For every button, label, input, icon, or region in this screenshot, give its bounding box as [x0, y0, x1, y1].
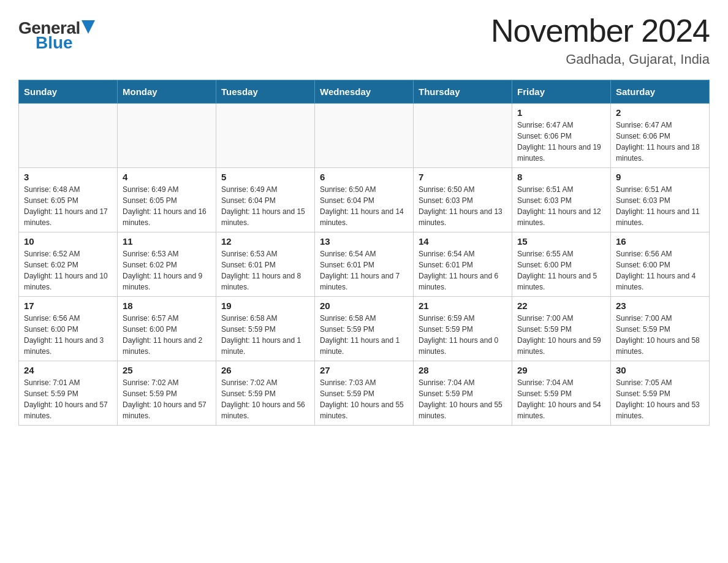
- calendar-cell: 30Sunrise: 7:05 AM Sunset: 5:59 PM Dayli…: [611, 361, 710, 426]
- day-info: Sunrise: 6:53 AM Sunset: 6:01 PM Dayligh…: [221, 248, 309, 293]
- calendar-cell: 16Sunrise: 6:56 AM Sunset: 6:00 PM Dayli…: [611, 232, 710, 297]
- calendar-body: 1Sunrise: 6:47 AM Sunset: 6:06 PM Daylig…: [19, 104, 710, 426]
- day-info: Sunrise: 7:01 AM Sunset: 5:59 PM Dayligh…: [24, 377, 112, 421]
- day-info: Sunrise: 7:00 AM Sunset: 5:59 PM Dayligh…: [517, 313, 605, 357]
- calendar-cell: 25Sunrise: 7:02 AM Sunset: 5:59 PM Dayli…: [118, 361, 216, 426]
- day-number: 28: [419, 365, 507, 375]
- calendar-cell: [315, 104, 414, 168]
- header: General Blue November 2024 Gadhada, Guja…: [18, 12, 710, 67]
- day-number: 23: [616, 301, 704, 311]
- day-number: 24: [24, 365, 112, 375]
- day-number: 11: [123, 236, 211, 247]
- calendar-cell: 2Sunrise: 6:47 AM Sunset: 6:06 PM Daylig…: [611, 104, 710, 168]
- day-info: Sunrise: 6:56 AM Sunset: 6:00 PM Dayligh…: [24, 313, 112, 357]
- day-number: 26: [221, 365, 309, 375]
- day-info: Sunrise: 6:48 AM Sunset: 6:05 PM Dayligh…: [24, 184, 112, 228]
- weekday-header-tuesday: Tuesday: [216, 80, 315, 104]
- day-number: 3: [24, 172, 112, 182]
- week-row-0: 1Sunrise: 6:47 AM Sunset: 6:06 PM Daylig…: [19, 104, 710, 168]
- day-number: 21: [419, 301, 507, 311]
- day-info: Sunrise: 6:47 AM Sunset: 6:06 PM Dayligh…: [517, 120, 605, 164]
- day-number: 18: [123, 301, 211, 311]
- weekday-header-sunday: Sunday: [19, 80, 118, 104]
- day-number: 29: [517, 365, 605, 375]
- calendar-subtitle: Gadhada, Gujarat, India: [491, 52, 710, 67]
- calendar-cell: 17Sunrise: 6:56 AM Sunset: 6:00 PM Dayli…: [19, 297, 118, 361]
- day-info: Sunrise: 6:50 AM Sunset: 6:04 PM Dayligh…: [320, 184, 408, 228]
- calendar-cell: 6Sunrise: 6:50 AM Sunset: 6:04 PM Daylig…: [315, 168, 414, 232]
- calendar-cell: 22Sunrise: 7:00 AM Sunset: 5:59 PM Dayli…: [512, 297, 611, 361]
- day-number: 22: [517, 301, 605, 311]
- calendar-header: SundayMondayTuesdayWednesdayThursdayFrid…: [19, 80, 710, 104]
- day-info: Sunrise: 6:51 AM Sunset: 6:03 PM Dayligh…: [517, 184, 605, 228]
- day-number: 17: [24, 301, 112, 311]
- calendar-cell: 3Sunrise: 6:48 AM Sunset: 6:05 PM Daylig…: [19, 168, 118, 232]
- day-info: Sunrise: 6:47 AM Sunset: 6:06 PM Dayligh…: [616, 120, 704, 164]
- day-number: 12: [221, 236, 309, 247]
- logo: General Blue: [18, 12, 95, 53]
- calendar-cell: 14Sunrise: 6:54 AM Sunset: 6:01 PM Dayli…: [414, 232, 512, 297]
- day-info: Sunrise: 6:58 AM Sunset: 5:59 PM Dayligh…: [320, 313, 408, 357]
- day-number: 6: [320, 172, 408, 182]
- calendar-cell: 11Sunrise: 6:53 AM Sunset: 6:02 PM Dayli…: [118, 232, 216, 297]
- calendar-cell: 20Sunrise: 6:58 AM Sunset: 5:59 PM Dayli…: [315, 297, 414, 361]
- day-number: 2: [616, 107, 704, 118]
- day-info: Sunrise: 6:54 AM Sunset: 6:01 PM Dayligh…: [419, 248, 507, 293]
- day-number: 8: [517, 172, 605, 182]
- day-info: Sunrise: 6:58 AM Sunset: 5:59 PM Dayligh…: [221, 313, 309, 357]
- calendar-cell: 15Sunrise: 6:55 AM Sunset: 6:00 PM Dayli…: [512, 232, 611, 297]
- day-info: Sunrise: 6:49 AM Sunset: 6:05 PM Dayligh…: [123, 184, 211, 228]
- calendar-cell: 26Sunrise: 7:02 AM Sunset: 5:59 PM Dayli…: [216, 361, 315, 426]
- calendar-cell: 29Sunrise: 7:04 AM Sunset: 5:59 PM Dayli…: [512, 361, 611, 426]
- day-number: 7: [419, 172, 507, 182]
- day-info: Sunrise: 6:50 AM Sunset: 6:03 PM Dayligh…: [419, 184, 507, 228]
- calendar-cell: 18Sunrise: 6:57 AM Sunset: 6:00 PM Dayli…: [118, 297, 216, 361]
- calendar-cell: 27Sunrise: 7:03 AM Sunset: 5:59 PM Dayli…: [315, 361, 414, 426]
- weekday-header-saturday: Saturday: [611, 80, 710, 104]
- weekday-header-thursday: Thursday: [414, 80, 512, 104]
- day-number: 1: [517, 107, 605, 118]
- calendar-cell: 8Sunrise: 6:51 AM Sunset: 6:03 PM Daylig…: [512, 168, 611, 232]
- day-info: Sunrise: 6:51 AM Sunset: 6:03 PM Dayligh…: [616, 184, 704, 228]
- calendar-cell: 5Sunrise: 6:49 AM Sunset: 6:04 PM Daylig…: [216, 168, 315, 232]
- week-row-2: 10Sunrise: 6:52 AM Sunset: 6:02 PM Dayli…: [19, 232, 710, 297]
- calendar-table: SundayMondayTuesdayWednesdayThursdayFrid…: [18, 80, 710, 426]
- calendar-cell: [19, 104, 118, 168]
- week-row-4: 24Sunrise: 7:01 AM Sunset: 5:59 PM Dayli…: [19, 361, 710, 426]
- calendar-cell: 4Sunrise: 6:49 AM Sunset: 6:05 PM Daylig…: [118, 168, 216, 232]
- calendar-cell: [414, 104, 512, 168]
- day-info: Sunrise: 6:57 AM Sunset: 6:00 PM Dayligh…: [123, 313, 211, 357]
- day-info: Sunrise: 7:05 AM Sunset: 5:59 PM Dayligh…: [616, 377, 704, 421]
- day-info: Sunrise: 6:54 AM Sunset: 6:01 PM Dayligh…: [320, 248, 408, 293]
- calendar-cell: [118, 104, 216, 168]
- day-number: 9: [616, 172, 704, 182]
- day-number: 19: [221, 301, 309, 311]
- calendar-cell: 9Sunrise: 6:51 AM Sunset: 6:03 PM Daylig…: [611, 168, 710, 232]
- day-number: 30: [616, 365, 704, 375]
- day-info: Sunrise: 7:04 AM Sunset: 5:59 PM Dayligh…: [517, 377, 605, 421]
- day-info: Sunrise: 6:55 AM Sunset: 6:00 PM Dayligh…: [517, 248, 605, 293]
- day-info: Sunrise: 6:59 AM Sunset: 5:59 PM Dayligh…: [419, 313, 507, 357]
- weekday-header-row: SundayMondayTuesdayWednesdayThursdayFrid…: [19, 80, 710, 104]
- calendar-cell: 21Sunrise: 6:59 AM Sunset: 5:59 PM Dayli…: [414, 297, 512, 361]
- day-number: 14: [419, 236, 507, 247]
- weekday-header-monday: Monday: [118, 80, 216, 104]
- calendar-cell: 23Sunrise: 7:00 AM Sunset: 5:59 PM Dayli…: [611, 297, 710, 361]
- day-info: Sunrise: 7:00 AM Sunset: 5:59 PM Dayligh…: [616, 313, 704, 357]
- calendar-cell: 24Sunrise: 7:01 AM Sunset: 5:59 PM Dayli…: [19, 361, 118, 426]
- day-info: Sunrise: 6:56 AM Sunset: 6:00 PM Dayligh…: [616, 248, 704, 293]
- day-info: Sunrise: 6:52 AM Sunset: 6:02 PM Dayligh…: [24, 248, 112, 293]
- calendar-cell: 12Sunrise: 6:53 AM Sunset: 6:01 PM Dayli…: [216, 232, 315, 297]
- calendar-cell: 7Sunrise: 6:50 AM Sunset: 6:03 PM Daylig…: [414, 168, 512, 232]
- day-number: 15: [517, 236, 605, 247]
- calendar-cell: [216, 104, 315, 168]
- calendar-cell: 10Sunrise: 6:52 AM Sunset: 6:02 PM Dayli…: [19, 232, 118, 297]
- weekday-header-friday: Friday: [512, 80, 611, 104]
- day-number: 27: [320, 365, 408, 375]
- calendar-cell: 19Sunrise: 6:58 AM Sunset: 5:59 PM Dayli…: [216, 297, 315, 361]
- day-info: Sunrise: 7:02 AM Sunset: 5:59 PM Dayligh…: [123, 377, 211, 421]
- title-area: November 2024 Gadhada, Gujarat, India: [491, 12, 710, 67]
- week-row-1: 3Sunrise: 6:48 AM Sunset: 6:05 PM Daylig…: [19, 168, 710, 232]
- day-number: 16: [616, 236, 704, 247]
- day-info: Sunrise: 6:49 AM Sunset: 6:04 PM Dayligh…: [221, 184, 309, 228]
